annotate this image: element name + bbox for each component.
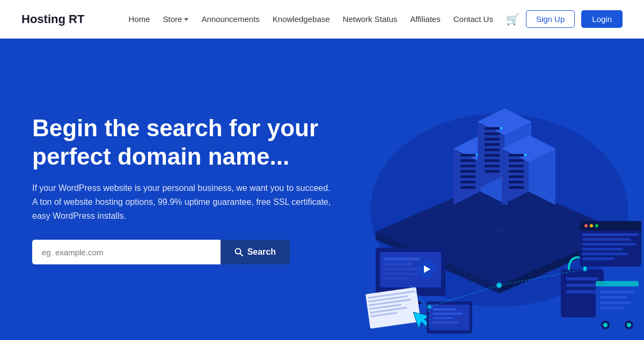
nav-knowledgebase[interactable]: Knowledgebase <box>273 14 330 24</box>
svg-rect-14 <box>460 159 475 162</box>
svg-rect-27 <box>485 143 500 146</box>
svg-point-81 <box>603 323 608 327</box>
svg-point-33 <box>500 127 502 129</box>
svg-rect-69 <box>433 321 458 323</box>
hero-description: If your WordPress website is your person… <box>32 181 333 223</box>
svg-rect-32 <box>485 170 500 173</box>
nav-actions: 🛒 Sign Up Login <box>506 10 623 28</box>
svg-rect-72 <box>566 284 598 287</box>
svg-rect-92 <box>582 248 623 250</box>
svg-rect-93 <box>582 253 628 255</box>
svg-rect-25 <box>485 132 500 135</box>
svg-rect-76 <box>600 296 627 299</box>
search-icon <box>235 248 243 256</box>
svg-rect-24 <box>485 127 500 130</box>
hero-section: Begin the search for your perfect domain… <box>0 39 644 340</box>
signup-button[interactable]: Sign Up <box>526 10 575 28</box>
svg-rect-18 <box>460 181 475 183</box>
svg-rect-91 <box>582 243 636 246</box>
svg-rect-79 <box>596 281 639 286</box>
nav-network-status[interactable]: Network Status <box>343 14 398 24</box>
svg-rect-67 <box>433 313 462 315</box>
svg-rect-50 <box>383 272 418 275</box>
hero-title: Begin the search for your perfect domain… <box>32 114 333 171</box>
svg-point-44 <box>524 154 526 156</box>
svg-rect-85 <box>580 221 641 231</box>
svg-point-100 <box>427 305 431 309</box>
svg-rect-15 <box>460 165 475 167</box>
navbar: Hosting RT Home Store Announcements Know… <box>0 0 644 39</box>
svg-rect-38 <box>509 159 524 162</box>
nav-links: Home Store Announcements Knowledgebase N… <box>129 14 493 24</box>
svg-line-1 <box>240 254 243 256</box>
svg-point-86 <box>584 224 588 227</box>
hero-content: Begin the search for your perfect domain… <box>32 114 333 264</box>
nav-home[interactable]: Home <box>129 14 150 24</box>
svg-point-83 <box>627 323 631 327</box>
svg-rect-94 <box>582 257 614 260</box>
brand-logo[interactable]: Hosting RT <box>21 12 84 26</box>
login-button[interactable]: Login <box>581 10 623 28</box>
svg-point-88 <box>595 224 598 227</box>
svg-rect-77 <box>600 301 631 304</box>
svg-point-101 <box>583 267 587 271</box>
svg-rect-68 <box>433 317 453 319</box>
svg-rect-29 <box>485 154 500 157</box>
svg-rect-51 <box>383 277 410 280</box>
hero-illustration <box>322 39 644 340</box>
svg-rect-19 <box>460 186 475 189</box>
svg-rect-39 <box>509 165 524 167</box>
svg-point-99 <box>496 283 502 288</box>
chevron-down-icon <box>184 18 188 21</box>
svg-rect-42 <box>509 181 524 183</box>
svg-rect-47 <box>383 257 421 261</box>
svg-rect-13 <box>460 154 475 157</box>
svg-rect-90 <box>582 238 631 241</box>
search-button[interactable]: Search <box>221 240 290 264</box>
svg-rect-73 <box>566 290 598 293</box>
cart-icon[interactable]: 🛒 <box>506 13 519 26</box>
svg-rect-66 <box>433 308 457 311</box>
svg-point-87 <box>590 224 593 227</box>
svg-rect-43 <box>509 186 524 189</box>
svg-rect-16 <box>460 170 475 173</box>
svg-rect-17 <box>460 175 475 178</box>
svg-rect-26 <box>485 138 500 141</box>
nav-announcements[interactable]: Announcements <box>201 14 259 24</box>
svg-rect-48 <box>383 263 413 265</box>
domain-search-bar: Search <box>32 240 290 264</box>
svg-rect-75 <box>600 291 634 293</box>
nav-contact-us[interactable]: Contact Us <box>453 14 493 24</box>
nav-affiliates[interactable]: Affiliates <box>410 14 440 24</box>
svg-rect-31 <box>485 165 500 167</box>
nav-store[interactable]: Store <box>163 14 189 24</box>
svg-rect-40 <box>509 170 524 173</box>
svg-rect-30 <box>485 159 500 162</box>
svg-rect-78 <box>600 307 624 309</box>
svg-rect-28 <box>485 149 500 151</box>
domain-search-input[interactable] <box>32 240 221 264</box>
svg-rect-89 <box>582 233 639 236</box>
svg-rect-71 <box>566 277 598 280</box>
svg-rect-41 <box>509 175 524 178</box>
svg-rect-37 <box>509 154 524 157</box>
